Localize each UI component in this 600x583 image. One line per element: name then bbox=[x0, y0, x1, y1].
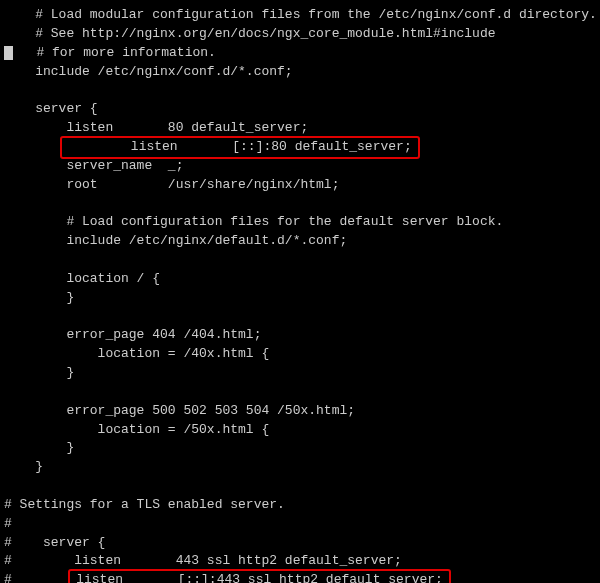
code-line: server { bbox=[4, 101, 98, 116]
code-line: # Settings for a TLS enabled server. bbox=[4, 497, 285, 512]
highlight-box-listen-80: listen [::]:80 default_server; bbox=[60, 136, 419, 159]
code-line: # bbox=[4, 572, 74, 583]
code-line: root /usr/share/nginx/html; bbox=[4, 177, 339, 192]
code-line: location = /40x.html { bbox=[4, 346, 269, 361]
code-line: # for more information. bbox=[36, 45, 215, 60]
code-line: include /etc/nginx/conf.d/*.conf; bbox=[4, 64, 293, 79]
code-line: # Load modular configuration files from … bbox=[4, 7, 597, 22]
code-line: # bbox=[4, 516, 12, 531]
highlight-box-listen-443: listen [::]:443 ssl http2 default_server… bbox=[68, 569, 451, 583]
code-line: server_name _; bbox=[4, 158, 183, 173]
code-line: include /etc/nginx/default.d/*.conf; bbox=[4, 233, 347, 248]
code-line: } bbox=[4, 440, 74, 455]
code-line: # See http://nginx.org/en/docs/ngx_core_… bbox=[4, 26, 495, 41]
code-line: } bbox=[4, 459, 43, 474]
text-cursor bbox=[4, 46, 13, 60]
code-line: listen [::]:80 default_server; bbox=[68, 139, 411, 154]
code-line: # Load configuration files for the defau… bbox=[4, 214, 503, 229]
code-line: # listen 443 ssl http2 default_server; bbox=[4, 553, 402, 568]
code-line: } bbox=[4, 290, 74, 305]
code-line: listen 80 default_server; bbox=[4, 120, 308, 135]
code-line: error_page 500 502 503 504 /50x.html; bbox=[4, 403, 355, 418]
editor-content: # Load modular configuration files from … bbox=[0, 0, 600, 583]
code-line: } bbox=[4, 365, 74, 380]
code-line: # server { bbox=[4, 535, 105, 550]
code-line: location = /50x.html { bbox=[4, 422, 269, 437]
code-line: listen [::]:443 ssl http2 default_server… bbox=[76, 572, 443, 583]
code-line: error_page 404 /404.html; bbox=[4, 327, 261, 342]
code-line: location / { bbox=[4, 271, 160, 286]
